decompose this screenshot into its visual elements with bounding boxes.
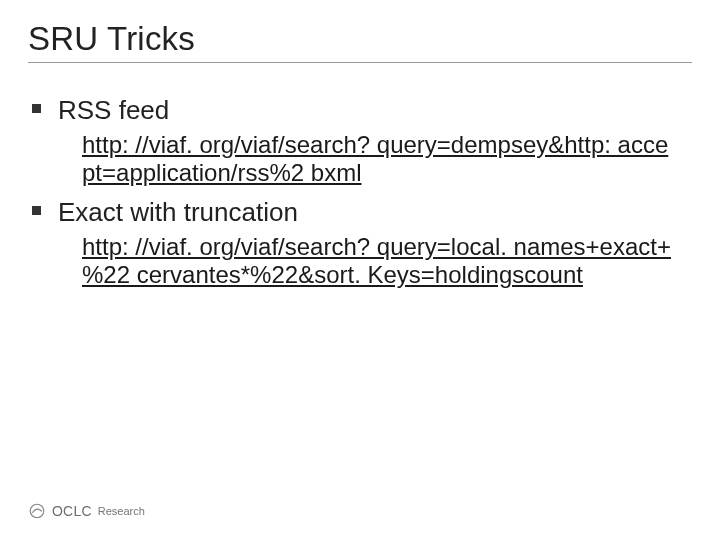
square-bullet-icon: [32, 206, 41, 215]
slide-body: RSS feed http: //viaf. org/viaf/search? …: [0, 71, 720, 290]
item-label: Exact with truncation: [58, 197, 298, 227]
rss-feed-link[interactable]: http: //viaf. org/viaf/search? query=dem…: [82, 131, 668, 186]
footer-logo: OCLC Research: [28, 502, 145, 520]
title-area: SRU Tricks: [0, 0, 720, 71]
item-link-wrap: http: //viaf. org/viaf/search? query=dem…: [82, 131, 672, 188]
bullet-list: RSS feed http: //viaf. org/viaf/search? …: [30, 95, 690, 290]
list-item: Exact with truncation http: //viaf. org/…: [30, 197, 690, 289]
square-bullet-icon: [32, 104, 41, 113]
list-item: RSS feed http: //viaf. org/viaf/search? …: [30, 95, 690, 187]
title-underline: [28, 62, 692, 63]
footer-brand: OCLC: [52, 503, 92, 519]
exact-truncation-link[interactable]: http: //viaf. org/viaf/search? query=loc…: [82, 233, 671, 288]
footer-research: Research: [98, 505, 145, 517]
item-link-wrap: http: //viaf. org/viaf/search? query=loc…: [82, 233, 672, 290]
oclc-swirl-icon: [28, 502, 46, 520]
slide: SRU Tricks RSS feed http: //viaf. org/vi…: [0, 0, 720, 540]
slide-title: SRU Tricks: [28, 20, 692, 58]
item-label: RSS feed: [58, 95, 169, 125]
